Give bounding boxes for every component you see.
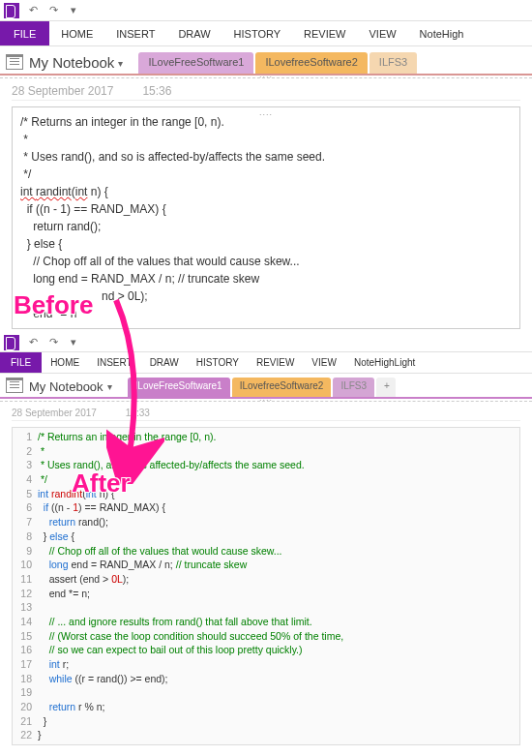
code-text: } xyxy=(38,714,46,729)
tab-history[interactable]: HISTORY xyxy=(188,352,248,373)
code-line: // Chop off all of the values that would… xyxy=(20,253,512,270)
undo-icon[interactable]: ↶ xyxy=(24,2,42,19)
line-number: 20 xyxy=(13,700,38,714)
line-number: 7 xyxy=(13,515,38,529)
code-text: * xyxy=(38,444,44,459)
line-number: 21 xyxy=(13,714,38,729)
section-tab-1[interactable]: ILoveFreeSoftware1 xyxy=(138,52,253,74)
code-line: 15 // (Worst case the loop condition sho… xyxy=(13,629,519,644)
code-line: 1/* Returns an integer in the range [0, … xyxy=(13,430,519,444)
date-time-row: 28 September 2017 15:33 xyxy=(12,408,520,421)
page-time: 15:36 xyxy=(142,84,171,98)
qat-dropdown-icon[interactable]: ▾ xyxy=(65,2,82,19)
code-line: * Uses rand(), and so is affected-by/aff… xyxy=(20,148,512,166)
section-tab-3[interactable]: ILFS3 xyxy=(369,52,417,74)
code-line: 13 xyxy=(13,600,519,615)
line-number: 3 xyxy=(13,458,38,472)
onenote-logo-icon xyxy=(4,335,19,350)
code-line: 2 * xyxy=(13,444,519,459)
code-line: */ xyxy=(20,166,512,183)
tab-review[interactable]: REVIEW xyxy=(248,352,303,373)
add-section-tab[interactable]: + xyxy=(376,378,396,397)
line-number: 19 xyxy=(13,685,38,700)
drag-handle-icon[interactable]: .... xyxy=(259,106,273,120)
ruler xyxy=(0,76,532,78)
page-content-after[interactable]: 28 September 2017 15:33 1/* Returns an i… xyxy=(0,402,532,749)
section-tab-2[interactable]: ILovefreeSoftware2 xyxy=(232,378,332,397)
page-time: 15:33 xyxy=(126,408,150,418)
ribbon: FILE HOME INSERT DRAW HISTORY REVIEW VIE… xyxy=(0,21,532,46)
line-number: 11 xyxy=(13,572,38,587)
after-label: After xyxy=(72,469,131,499)
code-line: } else { xyxy=(20,235,512,253)
code-line: 9 // Chop off all of the values that wou… xyxy=(13,544,519,559)
line-number: 5 xyxy=(13,487,38,501)
code-line: 20 return r % n; xyxy=(13,700,519,714)
section-tab-3[interactable]: ILFS3 xyxy=(333,378,374,397)
page-date: 28 September 2017 xyxy=(12,84,113,98)
code-text: assert (end > 0L); xyxy=(38,572,129,587)
tab-view[interactable]: VIEW xyxy=(357,21,407,45)
ruler xyxy=(0,399,532,402)
code-text: end *= n; xyxy=(38,587,90,601)
tab-home[interactable]: HOME xyxy=(49,21,104,45)
line-number: 4 xyxy=(13,472,38,487)
line-number: 18 xyxy=(13,672,38,686)
tab-file[interactable]: FILE xyxy=(0,352,42,373)
redo-icon[interactable]: ↷ xyxy=(44,2,62,19)
onenote-window-before: ↶ ↷ ▾ FILE HOME INSERT DRAW HISTORY REVI… xyxy=(0,0,532,333)
undo-icon[interactable]: ↶ xyxy=(24,334,42,351)
code-text: // so we can expect to bail out of this … xyxy=(38,643,303,657)
code-line: 12 end *= n; xyxy=(13,587,519,601)
notebook-title[interactable]: My Notebook xyxy=(29,54,114,71)
tab-insert[interactable]: INSERT xyxy=(104,21,166,45)
tab-insert[interactable]: INSERT xyxy=(88,352,141,373)
notebook-icon[interactable] xyxy=(6,378,23,393)
code-text: // Chop off all of the values that would… xyxy=(38,544,282,559)
code-line: 18 while ((r = rand()) >= end); xyxy=(13,672,519,686)
tab-home[interactable]: HOME xyxy=(42,352,88,373)
code-text: // ... and ignore results from rand() th… xyxy=(38,615,312,629)
code-line: 22} xyxy=(13,728,519,742)
section-tab-1[interactable]: ILoveFreeSoftware1 xyxy=(128,378,230,397)
line-number: 14 xyxy=(13,615,38,629)
line-number: 12 xyxy=(13,587,38,601)
notebook-dropdown-icon[interactable]: ▾ xyxy=(107,381,112,392)
tab-view[interactable]: VIEW xyxy=(303,352,345,373)
notebook-icon[interactable] xyxy=(6,54,23,70)
code-line: 17 int r; xyxy=(13,657,519,672)
code-text: } xyxy=(38,728,42,742)
code-line: long end = RAND_MAX / n; // truncate ske… xyxy=(20,270,512,287)
code-line: 10 long end = RAND_MAX / n; // truncate … xyxy=(13,558,519,572)
code-line: if ((n - 1) == RAND_MAX) { xyxy=(20,200,512,218)
tab-notehighlight[interactable]: NoteHighLight xyxy=(345,352,424,373)
quick-access-toolbar: ↶ ↷ ▾ xyxy=(0,333,532,352)
tab-draw[interactable]: DRAW xyxy=(141,352,188,373)
code-text: return rand(); xyxy=(38,515,108,529)
code-line: 11 assert (end > 0L); xyxy=(13,572,519,587)
line-number: 16 xyxy=(13,643,38,657)
before-label: Before xyxy=(14,290,93,320)
code-line: * xyxy=(20,131,512,148)
tab-notehighlight[interactable]: NoteHigh xyxy=(408,21,476,45)
code-text: long end = RAND_MAX / n; // truncate ske… xyxy=(38,558,247,572)
code-text: /* Returns an integer in the range [0, n… xyxy=(38,430,216,444)
ribbon: FILE HOME INSERT DRAW HISTORY REVIEW VIE… xyxy=(0,352,532,374)
line-number: 10 xyxy=(13,558,38,572)
qat-dropdown-icon[interactable]: ▾ xyxy=(65,334,82,351)
tab-draw[interactable]: DRAW xyxy=(166,21,222,45)
line-number: 13 xyxy=(13,600,38,615)
redo-icon[interactable]: ↷ xyxy=(44,334,62,351)
tab-history[interactable]: HISTORY xyxy=(222,21,293,45)
line-number: 22 xyxy=(13,728,38,742)
code-line: int randint(int n) { xyxy=(20,183,512,200)
tab-file[interactable]: FILE xyxy=(0,21,49,45)
code-line: return rand(); xyxy=(20,218,512,235)
line-number: 6 xyxy=(13,500,38,515)
notebook-dropdown-icon[interactable]: ▾ xyxy=(118,58,123,69)
code-text: if ((n - 1) == RAND_MAX) { xyxy=(38,500,165,515)
tab-review[interactable]: REVIEW xyxy=(292,21,357,45)
code-line: nd > 0L); xyxy=(20,287,512,305)
notebook-title[interactable]: My Notebook xyxy=(29,379,103,394)
code-line: 19 xyxy=(13,685,519,700)
